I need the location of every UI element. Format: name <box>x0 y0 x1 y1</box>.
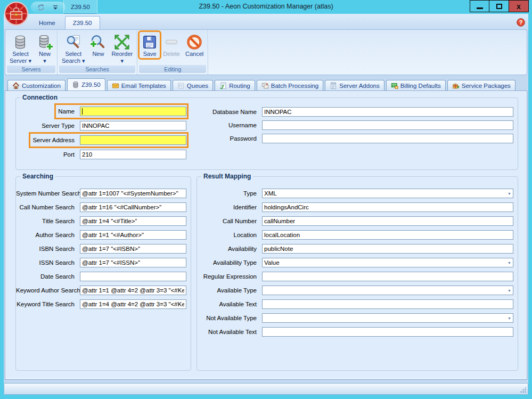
form-row: Keyword Author Search@attr 1=1 @attr 4=2… <box>16 286 191 295</box>
reorder-button[interactable]: Reorder▾ <box>109 32 135 65</box>
close-icon: x <box>517 3 521 10</box>
resize-grip[interactable] <box>520 386 527 393</box>
ribbon-tab-z39-50[interactable]: Z39.50 <box>65 16 100 29</box>
cancel-button[interactable]: Cancel <box>183 32 206 58</box>
cancel-icon <box>186 33 202 51</box>
button-label: Cancel <box>185 51 203 58</box>
tab-label: Customization <box>22 83 61 89</box>
server-address-field[interactable] <box>80 135 186 145</box>
save-floppy-icon <box>142 33 158 51</box>
author-search-field[interactable]: @attr 1=1 "<#Author>" <box>80 230 186 240</box>
form-row: Call NumbercallNumber <box>197 216 513 226</box>
password-field[interactable] <box>262 134 513 143</box>
tab-server-addons[interactable]: Server Addons <box>325 80 384 91</box>
keyword-title-search-field[interactable]: @attr 1=4 @attr 4=2 @attr 3=3 "<#Ke <box>80 299 186 309</box>
tab-customization[interactable]: Customization <box>7 80 66 91</box>
title-bar: Z39.50 - Aeon Customization Manager (atl… <box>0 0 532 14</box>
author-search-label: Author Search <box>16 232 77 238</box>
result-mapping-groupbox: Result Mapping TypeXML▼Identifierholding… <box>197 176 518 371</box>
tab-service-packages[interactable]: Service Packages <box>447 80 515 91</box>
database-name-field[interactable]: INNOPAC <box>262 107 513 117</box>
username-label: Username <box>197 122 259 128</box>
type-field[interactable]: XML▼ <box>262 189 513 198</box>
call-number-search-label: Call Number Search <box>16 204 77 210</box>
button-label: Server ▾ <box>10 58 31 64</box>
keyword-title-search-label: Keyword Title Search <box>16 301 77 307</box>
form-row: Date Search <box>16 272 191 281</box>
name-field[interactable] <box>80 107 186 116</box>
close-button[interactable]: x <box>509 0 529 12</box>
quick-access-toolbar <box>31 2 66 13</box>
availability-type-label: Availability Type <box>197 259 259 266</box>
location-field[interactable]: localLocation <box>262 230 513 240</box>
dropdown-arrow-icon: ▼ <box>506 316 511 320</box>
tab-batch-processing[interactable]: Batch Processing <box>257 80 324 91</box>
form-row: Server TypeINNOPAC <box>16 121 197 131</box>
available-text-field[interactable] <box>262 299 513 309</box>
database-add-icon <box>37 33 53 51</box>
email-icon <box>112 82 119 89</box>
availability-type-field[interactable]: Value▼ <box>262 258 513 267</box>
isbn-search-field[interactable]: @attr 1=7 "<#ISBN>" <box>80 244 186 254</box>
select-search-button[interactable]: SelectSearch ▾ <box>60 32 87 65</box>
tab-queues[interactable]: Queues <box>173 80 213 91</box>
server-type-field[interactable]: INNOPAC <box>80 121 186 131</box>
system-number-search-field[interactable]: @attr 1=1007 "<#SystemNumber>" <box>80 189 186 198</box>
application-menu-button[interactable] <box>4 1 29 26</box>
maximize-button[interactable] <box>489 0 509 12</box>
not-available-type-field[interactable]: ▼ <box>262 313 513 323</box>
server-type-label: Server Type <box>16 123 77 129</box>
keyword-author-search-field[interactable]: @attr 1=1 @attr 4=2 @attr 3=3 "<#Ke <box>80 286 186 295</box>
keyword-author-search-label: Keyword Author Search <box>16 287 77 294</box>
svg-text:?: ? <box>519 20 522 26</box>
port-label: Port <box>16 151 77 158</box>
help-button[interactable]: ? <box>517 18 525 27</box>
available-type-field[interactable]: ▼ <box>262 286 513 295</box>
new-button[interactable]: New▾ <box>35 32 55 65</box>
billing-defaults-icon <box>391 82 398 89</box>
ribbon-groups: SelectServer ▾New▾ServersSelectSearch ▾N… <box>5 29 527 75</box>
contextual-tab-group-label: Z39.50 <box>63 0 97 14</box>
isbn-search-label: ISBN Search <box>16 246 77 252</box>
database-icon <box>12 33 28 51</box>
port-field[interactable]: 210 <box>80 150 186 159</box>
call-number-search-field[interactable]: @attr 1=16 "<#CallNumber>" <box>80 202 186 212</box>
date-search-field[interactable] <box>80 272 186 281</box>
identifier-label: Identifier <box>197 204 259 210</box>
status-bar <box>4 383 528 395</box>
new-button[interactable]: New <box>88 32 108 58</box>
qat-sync-button[interactable] <box>35 2 47 13</box>
tab-z39-50[interactable]: Z39.50 <box>67 78 105 91</box>
availability-field[interactable]: publicNote <box>262 244 513 254</box>
form-row: ISSN Search@attr 1=7 "<#ISSN>" <box>16 258 191 267</box>
username-field[interactable] <box>262 120 513 130</box>
tab-email-templates[interactable]: Email Templates <box>107 80 171 91</box>
call-number-label: Call Number <box>197 218 259 224</box>
form-row: Available Text <box>197 299 513 309</box>
database-small-icon <box>72 81 79 88</box>
tab-billing-defaults[interactable]: Billing Defaults <box>386 80 446 91</box>
tab-label: Server Addons <box>339 83 379 89</box>
title-search-field[interactable]: @attr 1=4 "<#Title>" <box>80 216 186 226</box>
ribbon-group-editing: SaveDeleteCancelEditing <box>137 30 208 75</box>
form-row: LocationlocalLocation <box>197 230 513 240</box>
tab-label: Billing Defaults <box>400 83 441 89</box>
qat-qat-dropdown-button[interactable] <box>50 2 61 13</box>
search-document-icon <box>66 33 81 51</box>
minimize-button[interactable] <box>470 0 489 12</box>
identifier-field[interactable]: holdingsAndCirc <box>262 202 513 212</box>
call-number-field[interactable]: callNumber <box>262 216 513 226</box>
regular-expression-field[interactable] <box>262 272 513 281</box>
search-add-icon <box>90 33 106 51</box>
issn-search-label: ISSN Search <box>16 259 77 266</box>
issn-search-field[interactable]: @attr 1=7 "<#ISSN>" <box>80 258 186 267</box>
available-type-label: Available Type <box>197 287 259 294</box>
result-mapping-legend: Result Mapping <box>201 173 253 180</box>
not-available-text-field[interactable] <box>262 327 513 337</box>
not-available-type-label: Not Available Type <box>197 315 259 321</box>
tab-routing[interactable]: Routing <box>215 80 255 91</box>
button-label: New <box>92 51 104 58</box>
save-button[interactable]: Save <box>140 32 160 58</box>
ribbon-tab-home[interactable]: Home <box>31 16 63 29</box>
select-server-button[interactable]: SelectServer ▾ <box>7 32 34 65</box>
